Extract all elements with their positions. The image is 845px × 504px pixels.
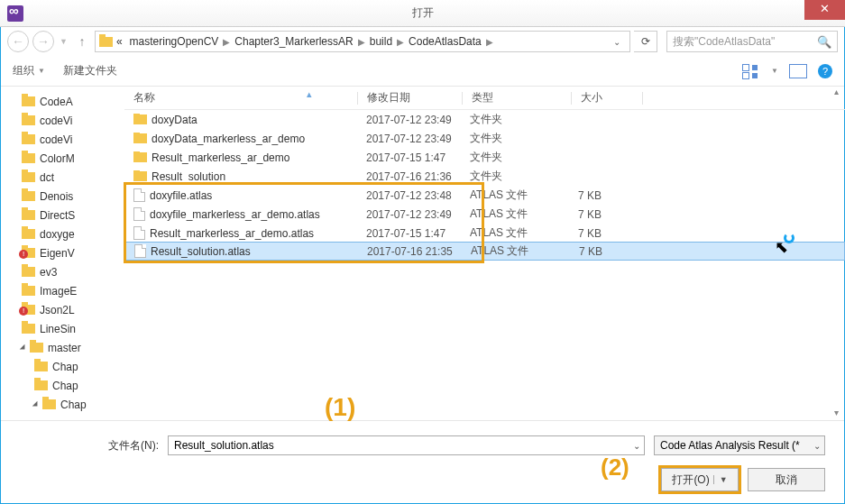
tree-label: doxyge [40,228,75,241]
nav-forward-button[interactable]: → [32,31,54,52]
breadcrumb-part[interactable]: masteringOpenCV [126,35,223,48]
view-mode-button[interactable] [742,64,760,78]
new-folder-button[interactable]: 新建文件夹 [63,63,117,78]
tree-item[interactable]: EigenV [0,243,124,262]
cursor-icon [776,235,789,252]
file-row[interactable]: Result_solution2017-07-16 21:36文件夹 [124,167,845,186]
folder-icon [133,171,147,181]
tree-label: EigenV [40,247,75,260]
cancel-button[interactable]: 取消 [748,468,825,491]
search-placeholder: 搜索"CodeAtlasData" [673,34,775,50]
chevron-right-icon[interactable]: ▶ [396,37,405,47]
file-date: 2017-07-12 23:49 [357,208,461,221]
tree-item[interactable]: DirectS [0,206,124,225]
chevron-right-icon[interactable]: ▶ [222,37,231,47]
col-name[interactable]: 名称 [124,90,357,105]
tree-item[interactable]: doxyge [0,225,124,243]
filename-label: 文件名(N): [20,438,159,454]
tree-item[interactable]: ImageE [0,281,124,300]
nav-history-dropdown[interactable]: ▼ [58,37,69,46]
file-date: 2017-07-15 1:47 [357,227,461,240]
file-size: 7 KB [569,208,639,221]
organize-button[interactable]: 组织 ▼ [13,63,45,78]
file-row[interactable]: Result_markerless_ar_demo2017-07-15 1:47… [124,148,845,167]
col-date[interactable]: 修改日期 [358,90,462,105]
file-name: doxyfile_markerless_ar_demo.atlas [150,208,320,221]
tree-item[interactable]: LineSin [0,319,124,338]
filename-input[interactable]: Result_solution.atlas ⌄ [168,435,645,455]
folder-icon [22,305,35,315]
tree-label: ev3 [40,266,57,279]
scroll-down-icon[interactable]: ▾ [834,408,839,417]
breadcrumb-dropdown[interactable]: ⌄ [608,37,626,47]
folder-icon [22,229,35,239]
file-row[interactable]: doxyfile_markerless_ar_demo.atlas2017-07… [124,205,845,224]
tree-item[interactable]: dct [0,168,124,187]
preview-pane-button[interactable] [789,64,807,78]
breadcrumb-part[interactable]: Chapter3_MarkerlessAR [231,35,356,48]
refresh-button[interactable]: ⟳ [634,31,657,52]
folder-icon [22,210,35,220]
chevron-down-icon: ▼ [38,67,45,75]
scrollbar[interactable]: ▴ ▾ [829,87,843,417]
tree-item[interactable]: codeVi [0,111,124,130]
tree-item[interactable]: ColorM [0,149,124,168]
folder-icon [22,153,35,163]
close-button[interactable]: ✕ [804,0,845,20]
tree-label: ImageE [40,285,77,298]
file-type: 文件夹 [461,112,569,127]
file-name: Result_solution [152,170,225,183]
dialog-footer: 文件名(N): Result_solution.atlas ⌄ Code Atl… [0,420,845,500]
tree-item[interactable]: Chap [0,357,124,376]
file-row[interactable]: doxyfile.atlas2017-07-12 23:48ATLAS 文件7 … [124,186,845,205]
tree-item[interactable]: Chap [0,395,124,414]
tree-item[interactable]: ev3 [0,262,124,281]
chevron-down-icon[interactable]: ⌄ [633,441,640,451]
file-row[interactable]: doxyData2017-07-12 23:49文件夹 [124,110,845,129]
open-button[interactable]: 打开(O) ▼ [661,468,739,491]
filetype-select[interactable]: Code Atlas Analysis Result (* ⌄ [654,435,825,455]
breadcrumb-part[interactable]: build [366,35,396,48]
chevron-down-icon[interactable]: ▼ [713,475,728,484]
search-input[interactable]: 搜索"CodeAtlasData" 🔍 [666,31,838,52]
tree-item[interactable]: Denois [0,187,124,206]
col-size[interactable]: 大小 [572,90,642,105]
tree-label: codeVi [40,115,72,127]
tree-label: Chap [52,361,78,373]
folder-icon [22,172,35,182]
tree-item[interactable]: Chap [0,376,124,395]
tree-label: Json2L [40,304,75,316]
nav-back-button[interactable]: ← [7,31,29,52]
scroll-up-icon[interactable]: ▴ [834,87,839,96]
folder-icon [133,133,147,143]
breadcrumb[interactable]: « masteringOpenCV ▶ Chapter3_MarkerlessA… [95,31,630,52]
file-type: 文件夹 [461,131,569,146]
folder-icon [133,115,147,124]
file-date: 2017-07-16 21:35 [358,245,462,258]
nav-up-button[interactable]: ↑ [73,32,91,50]
file-icon [133,207,145,221]
annotation-label: (1) [325,393,355,422]
tree-item[interactable]: CodeA [0,92,124,111]
tree-item[interactable]: Json2L [0,300,124,319]
file-date: 2017-07-16 21:36 [357,170,461,183]
tree-item[interactable]: master [0,338,124,357]
chevron-right-icon[interactable]: ▶ [485,37,494,47]
folder-icon [99,37,113,47]
file-row[interactable]: Result_markerless_ar_demo.atlas2017-07-1… [124,224,845,243]
chevron-down-icon[interactable]: ⌄ [813,441,821,451]
search-icon[interactable]: 🔍 [817,35,831,49]
file-type: 文件夹 [461,150,569,165]
help-button[interactable]: ? [818,64,832,78]
file-type: ATLAS 文件 [461,188,569,203]
file-row[interactable]: Result_solution.atlas2017-07-16 21:35ATL… [124,242,845,261]
folder-tree[interactable]: CodeAcodeVicodeViColorMdctDenoisDirectSd… [0,87,124,420]
chevron-right-icon[interactable]: ▶ [357,37,366,47]
breadcrumb-part[interactable]: CodeAtlasData [405,35,485,48]
tree-label: CodeA [40,96,73,108]
folder-icon [22,267,35,277]
tree-item[interactable]: codeVi [0,130,124,149]
file-row[interactable]: doxyData_markerless_ar_demo2017-07-12 23… [124,129,845,148]
col-type[interactable]: 类型 [463,90,571,105]
chevron-down-icon[interactable]: ▼ [771,67,778,75]
